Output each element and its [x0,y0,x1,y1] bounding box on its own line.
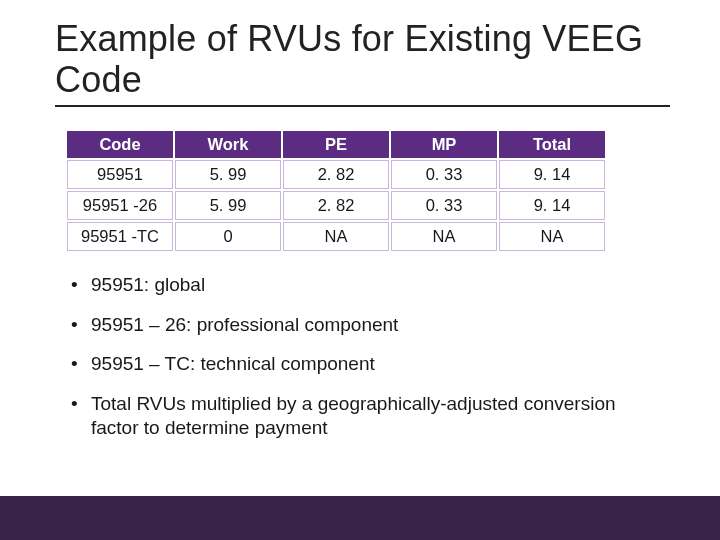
col-header: PE [283,131,389,158]
col-header: Work [175,131,281,158]
cell-code: 95951 -26 [67,191,173,220]
cell-total: 9. 14 [499,160,605,189]
cell-work: 5. 99 [175,191,281,220]
cell-mp: NA [391,222,497,251]
slide: Example of RVUs for Existing VEEG Code C… [0,0,720,540]
table-row: 95951 -TC 0 NA NA NA [67,222,605,251]
col-header: MP [391,131,497,158]
col-header: Total [499,131,605,158]
bullet-item: 95951 – 26: professional component [67,313,627,337]
cell-work: 0 [175,222,281,251]
cell-mp: 0. 33 [391,160,497,189]
table-row: 95951 -26 5. 99 2. 82 0. 33 9. 14 [67,191,605,220]
table-row: 95951 5. 99 2. 82 0. 33 9. 14 [67,160,605,189]
bullet-item: 95951: global [67,273,627,297]
cell-work: 5. 99 [175,160,281,189]
slide-title: Example of RVUs for Existing VEEG Code [55,18,670,107]
cell-pe: 2. 82 [283,191,389,220]
cell-total: NA [499,222,605,251]
footer-bar [0,496,720,540]
rvu-table: Code Work PE MP Total 95951 5. 99 2. 82 … [65,129,607,253]
col-header: Code [67,131,173,158]
bullet-item: 95951 – TC: technical component [67,352,627,376]
cell-code: 95951 -TC [67,222,173,251]
cell-pe: 2. 82 [283,160,389,189]
bullet-item: Total RVUs multiplied by a geographicall… [67,392,627,440]
cell-mp: 0. 33 [391,191,497,220]
bullet-list: 95951: global 95951 – 26: professional c… [67,273,627,440]
cell-total: 9. 14 [499,191,605,220]
cell-pe: NA [283,222,389,251]
table-header-row: Code Work PE MP Total [67,131,605,158]
cell-code: 95951 [67,160,173,189]
